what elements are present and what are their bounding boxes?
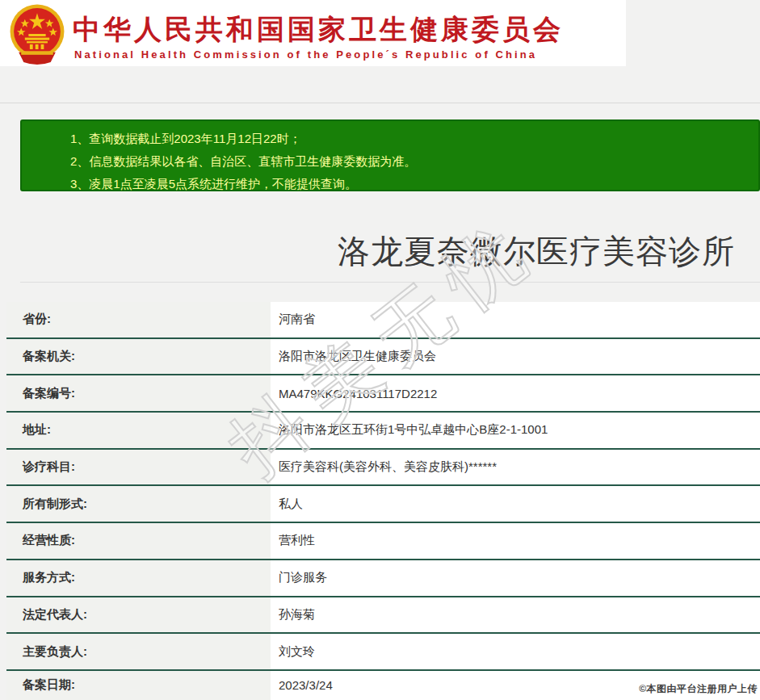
notice-line-3: 3、凌晨1点至凌晨5点系统进行维护，不能提供查询。 bbox=[70, 173, 750, 195]
table-row-filing-authority: 备案机关: 洛阳市洛龙区卫生健康委员会 bbox=[6, 339, 760, 376]
table-row-province: 省份: 河南省 bbox=[6, 302, 760, 339]
field-value: 私人 bbox=[271, 486, 760, 522]
table-row-person-in-charge: 主要负责人: 刘文玲 bbox=[6, 634, 760, 671]
notice-box: 1、查询数据截止到2023年11月12日22时； 2、信息数据结果以各省、自治区… bbox=[20, 119, 760, 191]
table-row-ownership: 所有制形式: 私人 bbox=[6, 486, 760, 523]
field-value: 孙海菊 bbox=[271, 597, 760, 633]
table-row-operating-nature: 经营性质: 营利性 bbox=[6, 523, 760, 560]
site-title-chinese: 中华人民共和国国家卫生健康委员会 bbox=[73, 11, 564, 48]
site-title-english: National Health Commission of the People… bbox=[74, 48, 537, 61]
field-value: 刘文玲 bbox=[271, 634, 760, 669]
upload-credit-watermark: ©本图由平台注册用户上传 bbox=[639, 682, 758, 696]
table-row-address: 地址: 洛阳市洛龙区五环街1号中弘卓越中心B座2-1-1001 bbox=[6, 413, 760, 450]
national-emblem-icon bbox=[6, 2, 68, 66]
record-table: 省份: 河南省 备案机关: 洛阳市洛龙区卫生健康委员会 备案编号: MA479K… bbox=[6, 302, 760, 700]
field-value: 门诊服务 bbox=[271, 560, 760, 596]
field-value: 营利性 bbox=[271, 523, 760, 559]
table-row-clinical-departments: 诊疗科目: 医疗美容科(美容外科、美容皮肤科)****** bbox=[6, 450, 760, 487]
institution-name-title: 洛龙夏奈微尔医疗美容诊所 bbox=[338, 229, 735, 274]
site-header: 中华人民共和国国家卫生健康委员会 National Health Commiss… bbox=[0, 0, 626, 66]
table-row-service-mode: 服务方式: 门诊服务 bbox=[6, 560, 760, 597]
field-value: 河南省 bbox=[271, 302, 760, 337]
field-label: 经营性质: bbox=[6, 523, 271, 559]
field-label: 服务方式: bbox=[6, 560, 271, 596]
table-row-filing-number: 备案编号: MA479KKG241031117D2212 bbox=[6, 375, 760, 413]
title-divider bbox=[20, 282, 760, 283]
field-value: MA479KKG241031117D2212 bbox=[271, 375, 760, 411]
field-value: 洛阳市洛龙区五环街1号中弘卓越中心B座2-1-1001 bbox=[271, 413, 760, 448]
field-label: 主要负责人: bbox=[6, 634, 271, 669]
field-label: 法定代表人: bbox=[6, 597, 271, 633]
field-label: 备案编号: bbox=[6, 375, 271, 411]
field-value: 医疗美容科(美容外科、美容皮肤科)****** bbox=[271, 450, 760, 485]
field-label: 所有制形式: bbox=[6, 486, 271, 522]
field-label: 地址: bbox=[6, 413, 271, 448]
field-label: 省份: bbox=[6, 302, 271, 337]
header-divider bbox=[0, 103, 760, 103]
field-label: 备案机关: bbox=[6, 339, 271, 375]
table-row-legal-representative: 法定代表人: 孙海菊 bbox=[6, 597, 760, 635]
notice-line-2: 2、信息数据结果以各省、自治区、直辖市卫生健康委数据为准。 bbox=[70, 150, 750, 173]
field-label: 诊疗科目: bbox=[6, 450, 271, 485]
field-label: 备案日期: bbox=[6, 671, 271, 700]
field-value: 洛阳市洛龙区卫生健康委员会 bbox=[271, 339, 760, 375]
notice-line-1: 1、查询数据截止到2023年11月12日22时； bbox=[70, 128, 750, 150]
